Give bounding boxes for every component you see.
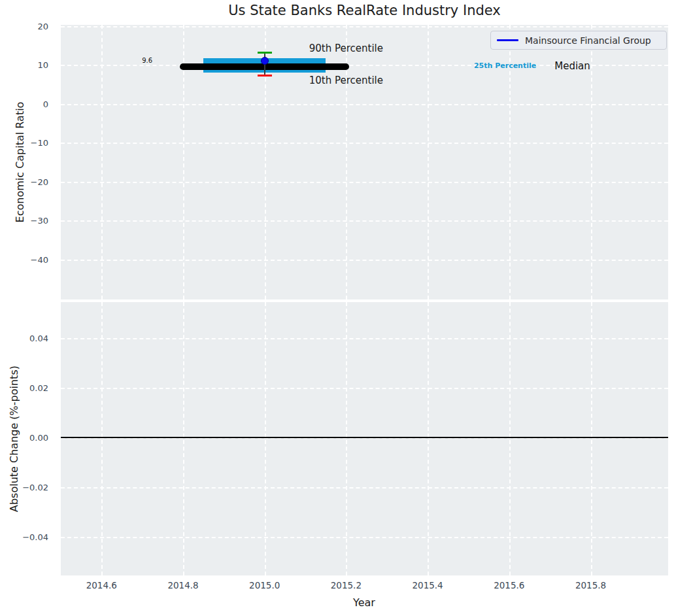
annotation-10th-percentile: 10th Percentile	[309, 75, 383, 86]
y-gridline	[61, 104, 668, 105]
y-tick-label: −0.02	[22, 483, 48, 492]
zero-change-line	[61, 437, 668, 438]
y-tick-label: −10	[31, 138, 48, 148]
legend-box: Mainsource Financial Group	[490, 31, 667, 50]
y-tick-label: 0.02	[29, 383, 48, 393]
y-gridline	[61, 220, 668, 222]
x-tick-label: 2015.4	[412, 580, 443, 590]
x-axis-label: Year	[353, 596, 375, 609]
annotation-90th-percentile: 90th Percentile	[309, 43, 383, 54]
x-tick-label: 2014.6	[86, 580, 117, 590]
x-tick-label: 2015.0	[249, 580, 280, 590]
x-tick-label: 2015.6	[494, 580, 524, 590]
y-gridline	[61, 487, 668, 488]
y-gridline	[61, 26, 668, 27]
legend-label: Mainsource Financial Group	[525, 35, 651, 46]
y-tick-label: 20	[37, 21, 48, 31]
annotation-9-6: 9.6	[142, 57, 152, 64]
y-tick-label: 10	[37, 60, 48, 70]
y-gridline	[61, 338, 668, 339]
y-tick-label: 0.00	[29, 433, 48, 443]
bottom-y-axis-label: Absolute Change (%-points)	[8, 366, 20, 512]
y-tick-label: −40	[31, 254, 48, 264]
y-gridline	[61, 260, 668, 261]
y-gridline	[61, 388, 668, 389]
y-tick-label: 0.04	[29, 334, 48, 343]
annotation-25th-percentile: 25th Percentile	[474, 61, 536, 69]
legend-line-icon	[497, 39, 518, 41]
y-tick-label: −20	[31, 177, 48, 186]
top-y-axis-label: Economic Capital Ratio	[14, 102, 26, 223]
p10-whisker-cap	[258, 75, 272, 77]
x-tick-label: 2015.2	[331, 580, 362, 590]
x-tick-label: 2015.8	[575, 580, 606, 590]
bottom-axes-panel	[61, 302, 668, 575]
x-tick-label: 2014.8	[167, 580, 198, 590]
y-gridline	[61, 182, 668, 183]
y-tick-label: −0.04	[22, 532, 48, 542]
top-axes-panel: 90th Percentile10th Percentile25th Perce…	[61, 25, 668, 299]
y-gridline	[61, 537, 668, 538]
y-tick-label: −30	[31, 216, 48, 226]
company-data-point	[261, 57, 269, 65]
figure: Us State Banks RealRate Industry Index E…	[0, 0, 676, 616]
y-tick-label: 0	[43, 99, 48, 109]
p90-whisker-cap	[258, 52, 272, 54]
y-gridline	[61, 143, 668, 144]
chart-title: Us State Banks RealRate Industry Index	[61, 3, 668, 18]
annotation-median: Median	[554, 60, 590, 72]
